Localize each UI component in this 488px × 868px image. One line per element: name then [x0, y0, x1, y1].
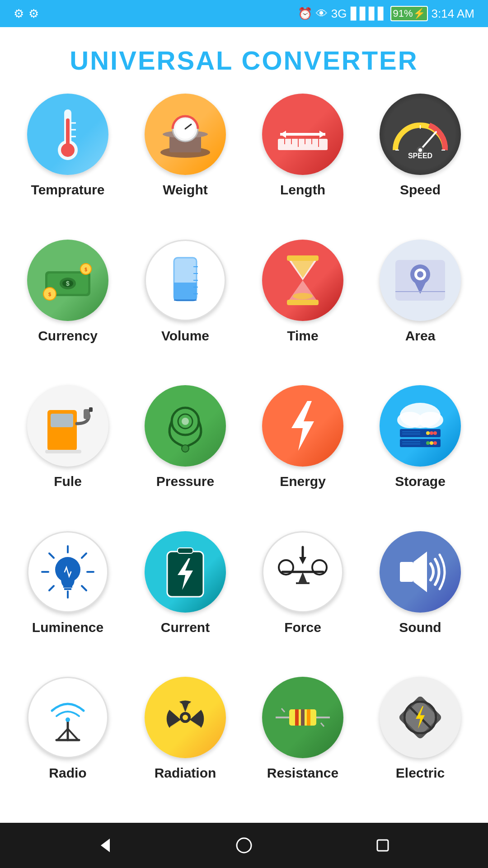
signal-bars-icon: ▋▋▋▋	[351, 7, 387, 21]
svg-point-75	[430, 441, 433, 445]
svg-line-86	[82, 586, 86, 590]
converter-item-luminence[interactable]: Luminence	[14, 531, 122, 668]
lightning-icon	[280, 396, 325, 455]
converter-grid: Temprature Weight	[0, 85, 488, 823]
force-label: Force	[284, 620, 321, 635]
converter-item-force[interactable]: Force	[249, 531, 357, 668]
converter-item-length[interactable]: Length	[249, 94, 357, 231]
energy-label: Energy	[280, 474, 326, 489]
converter-item-area[interactable]: Area	[366, 240, 474, 377]
svg-point-68	[418, 412, 443, 428]
converter-item-weight[interactable]: Weight	[131, 94, 239, 231]
converter-item-resistance[interactable]: Resistance	[249, 677, 357, 814]
svg-rect-47	[287, 255, 319, 261]
area-label: Area	[405, 328, 436, 344]
svg-marker-103	[413, 552, 427, 592]
alarm-icon: ⏰	[298, 7, 312, 21]
svg-marker-96	[298, 572, 307, 583]
current-label: Current	[161, 620, 210, 635]
converter-item-storage[interactable]: Storage	[366, 385, 474, 522]
radiation-label: Radiation	[155, 765, 216, 781]
thermometer-icon	[45, 105, 90, 164]
speed-label: Speed	[400, 182, 441, 198]
battery-bolt-icon	[160, 542, 210, 601]
pressure-label: Pressure	[156, 474, 214, 489]
electric-icon-circle	[380, 677, 461, 758]
svg-point-108	[66, 717, 70, 722]
svg-point-74	[433, 441, 437, 445]
svg-point-64	[182, 445, 189, 452]
converter-item-speed[interactable]: SPEED Speed	[366, 94, 474, 231]
time-icon-circle	[262, 240, 343, 321]
converter-item-radio[interactable]: Radio	[14, 677, 122, 814]
weight-label: Weight	[163, 182, 207, 198]
battery-indicator: 91%⚡	[390, 6, 428, 21]
svg-marker-65	[291, 401, 314, 451]
converter-item-currency[interactable]: $ $ $ Currency	[14, 240, 122, 377]
fuel-icon-circle	[27, 385, 108, 467]
currency-icon: $ $ $	[38, 258, 97, 303]
svg-rect-127	[377, 840, 388, 851]
ruler-icon	[273, 112, 332, 157]
converter-item-volume[interactable]: Volume	[131, 240, 239, 377]
radioactive-icon	[156, 688, 215, 747]
length-icon-circle	[262, 94, 343, 175]
antenna-icon	[38, 688, 97, 747]
status-left-icons: ⚙ ⚙	[14, 7, 39, 21]
svg-rect-114	[301, 709, 305, 726]
back-button[interactable]	[87, 827, 123, 863]
usb-icon-2: ⚙	[28, 7, 39, 21]
converter-item-fuel[interactable]: Fule	[14, 385, 122, 522]
converter-item-temperature[interactable]: Temprature	[14, 94, 122, 231]
svg-line-107	[68, 729, 78, 740]
status-right-icons: ⏰ 👁 3G ▋▋▋▋ 91%⚡ 3:14 AM	[298, 6, 474, 21]
svg-text:SPEED: SPEED	[408, 152, 432, 160]
app-title: UNIVERSAL CONVERTER	[9, 45, 479, 75]
svg-point-53	[417, 271, 423, 278]
recent-button[interactable]	[365, 827, 401, 863]
svg-point-71	[433, 431, 437, 435]
svg-point-63	[182, 418, 189, 425]
converter-item-electric[interactable]: Electric	[366, 677, 474, 814]
svg-line-88	[49, 586, 54, 590]
svg-point-73	[426, 431, 430, 435]
force-icon-circle	[262, 531, 343, 613]
svg-marker-101	[299, 557, 306, 564]
radiation-icon-circle	[145, 677, 226, 758]
converter-item-sound[interactable]: Sound	[366, 531, 474, 668]
area-icon-circle	[380, 240, 461, 321]
speaker-icon	[391, 545, 450, 599]
radio-label: Radio	[49, 765, 86, 781]
speed-icon-circle: SPEED	[380, 94, 461, 175]
nav-bar	[0, 823, 488, 868]
temperature-icon-circle	[27, 94, 108, 175]
home-button[interactable]	[226, 827, 262, 863]
converter-item-time[interactable]: Time	[249, 240, 357, 377]
converter-item-current[interactable]: Current	[131, 531, 239, 668]
currency-label: Currency	[38, 328, 98, 344]
svg-text:$: $	[84, 267, 87, 272]
svg-rect-16	[278, 139, 328, 150]
svg-point-111	[183, 715, 188, 720]
converter-item-energy[interactable]: Energy	[249, 385, 357, 522]
converter-item-radiation[interactable]: Radiation	[131, 677, 239, 814]
luminence-icon-circle	[27, 531, 108, 613]
server-icon	[391, 396, 450, 455]
eye-icon: 👁	[316, 7, 328, 21]
svg-rect-102	[400, 562, 413, 582]
fuel-pump-icon	[41, 396, 95, 455]
svg-point-126	[237, 838, 251, 853]
converter-item-pressure[interactable]: Pressure	[131, 385, 239, 522]
svg-rect-57	[51, 414, 73, 427]
resistor-icon	[273, 695, 332, 740]
currency-icon-circle: $ $ $	[27, 240, 108, 321]
time-label: Time	[287, 328, 318, 344]
bulb-icon	[38, 542, 97, 601]
svg-rect-41	[174, 300, 197, 301]
svg-line-106	[57, 729, 68, 740]
resistance-label: Resistance	[267, 765, 338, 781]
weight-icon-circle	[145, 94, 226, 175]
svg-rect-93	[178, 548, 193, 553]
svg-point-3	[61, 143, 75, 157]
svg-marker-14	[280, 131, 286, 138]
